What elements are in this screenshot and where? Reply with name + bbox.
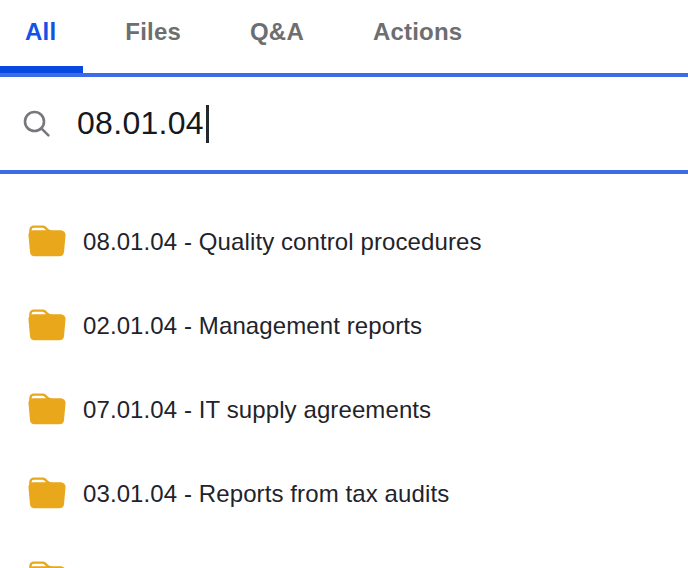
result-row-folder[interactable]: 03.01.04 - Reports from tax audits <box>0 452 688 536</box>
folder-icon <box>28 559 66 568</box>
text-cursor <box>206 105 209 143</box>
search-icon <box>21 108 53 140</box>
tab-all-label: All <box>25 18 56 45</box>
result-row-folder[interactable]: 02.01.04 - Management reports <box>0 284 688 368</box>
folder-icon <box>28 307 66 345</box>
folder-icon <box>28 391 66 429</box>
folder-icon <box>28 475 66 513</box>
tab-bar-underline <box>0 73 688 77</box>
tab-files[interactable]: Files <box>125 18 181 46</box>
search-input[interactable]: 08.01.04 <box>77 105 204 142</box>
tab-actions[interactable]: Actions <box>373 18 462 46</box>
search-bar[interactable]: 08.01.04 <box>0 77 688 174</box>
search-results-list: 08.01.04 - Quality control procedures 02… <box>0 174 688 568</box>
result-label: 02.01.04 - Management reports <box>83 312 422 340</box>
tab-qa[interactable]: Q&A <box>250 18 304 46</box>
tab-all[interactable]: All <box>25 18 56 46</box>
tab-actions-label: Actions <box>373 18 462 45</box>
tab-files-label: Files <box>125 18 181 45</box>
result-label: 07.01.04 - IT supply agreements <box>83 396 431 424</box>
result-label: 08.01.04 - Quality control procedures <box>83 228 482 256</box>
result-row-folder[interactable] <box>0 536 688 568</box>
search-panel: All Files Q&A Actions 08.01.04 <box>0 0 688 568</box>
result-row-folder[interactable]: 08.01.04 - Quality control procedures <box>0 200 688 284</box>
result-label: 03.01.04 - Reports from tax audits <box>83 480 449 508</box>
active-tab-indicator <box>0 66 83 73</box>
folder-icon <box>28 223 66 261</box>
tab-qa-label: Q&A <box>250 18 304 45</box>
tab-bar: All Files Q&A Actions <box>0 0 688 77</box>
result-row-folder[interactable]: 07.01.04 - IT supply agreements <box>0 368 688 452</box>
